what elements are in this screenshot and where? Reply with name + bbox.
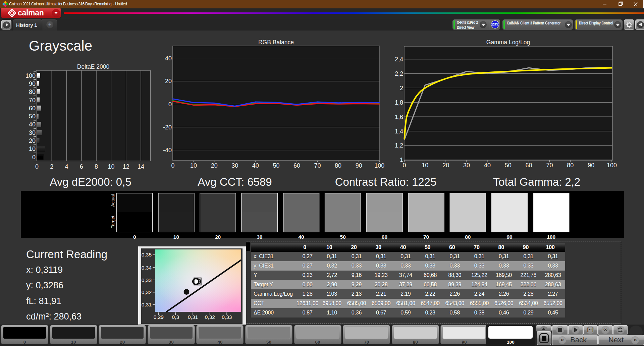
svg-text:30: 30: [231, 162, 238, 169]
svg-text:50: 50: [29, 113, 36, 120]
svg-text:20: 20: [215, 234, 221, 240]
svg-text:90: 90: [506, 234, 512, 240]
svg-text:4: 4: [65, 163, 68, 170]
svg-text:100: 100: [25, 72, 36, 79]
svg-text:100: 100: [547, 234, 555, 240]
svg-text:90: 90: [29, 80, 36, 87]
svg-text:100: 100: [607, 162, 617, 169]
svg-text:80: 80: [465, 234, 471, 240]
svg-text:0: 0: [168, 101, 172, 108]
svg-text:0: 0: [171, 162, 174, 169]
svg-text:0: 0: [35, 163, 39, 170]
svg-text:Target: Target: [110, 216, 115, 228]
svg-text:70: 70: [546, 162, 553, 169]
svg-text:12: 12: [123, 163, 129, 170]
svg-text:1,2: 1,2: [395, 142, 403, 149]
svg-text:0,29: 0,29: [154, 314, 164, 320]
svg-text:20: 20: [29, 137, 36, 144]
svg-text:-20: -20: [163, 124, 172, 131]
svg-text:30: 30: [463, 162, 470, 169]
svg-text:70: 70: [29, 97, 36, 104]
svg-text:2,4: 2,4: [395, 56, 403, 63]
svg-text:40: 40: [484, 162, 491, 169]
svg-text:80: 80: [29, 89, 36, 95]
svg-text:Actual: Actual: [110, 194, 115, 207]
svg-text:0,31: 0,31: [188, 314, 198, 320]
svg-text:80: 80: [567, 162, 574, 169]
svg-text:DeltaE 2000: DeltaE 2000: [77, 63, 110, 70]
svg-text:70: 70: [423, 234, 429, 240]
svg-text:0,34: 0,34: [142, 265, 152, 271]
svg-text:0,31: 0,31: [142, 302, 152, 307]
svg-text:60: 60: [382, 234, 387, 240]
svg-text:1,4: 1,4: [395, 128, 403, 135]
svg-text:60: 60: [29, 105, 36, 112]
svg-text:30: 30: [29, 129, 36, 136]
svg-text:0,3: 0,3: [172, 314, 179, 320]
svg-text:1,6: 1,6: [395, 114, 403, 120]
svg-text:50: 50: [340, 234, 346, 240]
svg-text:20: 20: [165, 78, 172, 84]
svg-text:40: 40: [252, 162, 259, 169]
svg-text:80: 80: [335, 162, 341, 169]
svg-text:0,32: 0,32: [205, 314, 215, 320]
svg-text:70: 70: [314, 162, 321, 169]
svg-text:0: 0: [402, 162, 406, 169]
svg-text:1,8: 1,8: [395, 99, 403, 106]
svg-text:14: 14: [138, 163, 144, 170]
svg-text:10: 10: [422, 162, 428, 169]
svg-text:40: 40: [29, 121, 36, 128]
svg-text:6: 6: [80, 163, 83, 170]
svg-text:10: 10: [29, 146, 36, 152]
svg-text:30: 30: [257, 234, 262, 240]
svg-text:2: 2: [50, 163, 53, 170]
svg-text:10: 10: [108, 163, 114, 170]
svg-text:2: 2: [400, 85, 403, 92]
svg-text:90: 90: [356, 162, 362, 169]
svg-text:0,33: 0,33: [142, 277, 152, 283]
svg-text:0: 0: [133, 234, 136, 240]
svg-text:20: 20: [442, 162, 449, 169]
svg-text:RGB Balance: RGB Balance: [258, 39, 294, 46]
svg-text:10: 10: [190, 162, 197, 169]
svg-text:8: 8: [95, 163, 98, 170]
svg-text:20: 20: [211, 162, 218, 169]
svg-text:50: 50: [273, 162, 279, 169]
svg-text:60: 60: [293, 162, 300, 169]
svg-text:40: 40: [298, 234, 304, 240]
svg-text:90: 90: [588, 162, 594, 169]
svg-text:0,35: 0,35: [142, 252, 152, 257]
svg-text:2,2: 2,2: [395, 70, 403, 77]
svg-text:50: 50: [505, 162, 512, 169]
svg-text:100: 100: [374, 162, 384, 169]
svg-text:10: 10: [173, 234, 179, 240]
svg-text:-40: -40: [163, 147, 172, 154]
svg-text:0: 0: [32, 154, 36, 161]
svg-text:Gamma Log/Log: Gamma Log/Log: [486, 39, 530, 46]
svg-text:40: 40: [165, 55, 172, 62]
svg-text:0,33: 0,33: [222, 314, 232, 320]
svg-text:60: 60: [526, 162, 532, 169]
svg-text:0,32: 0,32: [142, 289, 152, 295]
